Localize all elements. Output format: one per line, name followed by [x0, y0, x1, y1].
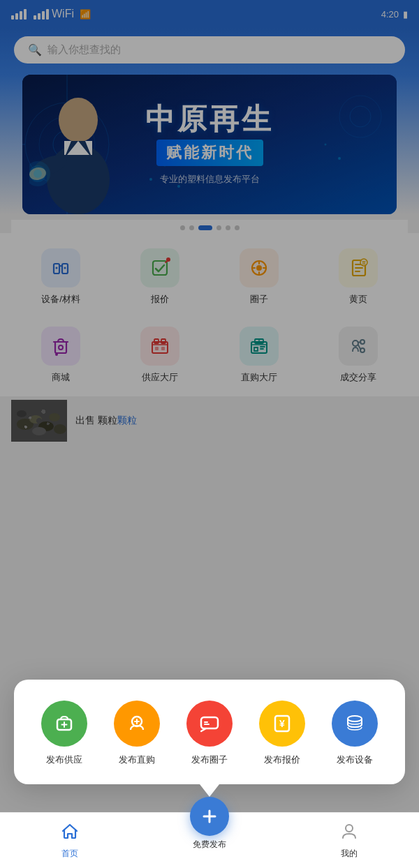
profile-icon	[339, 821, 359, 846]
popup-label-direct: 发布直购	[119, 754, 155, 766]
popup-icon-direct	[114, 701, 160, 747]
popup-label-equipment: 发布设备	[337, 754, 373, 766]
popup-item-quote[interactable]: ¥ 发布报价	[259, 701, 305, 766]
popup-icon-circle	[186, 701, 233, 747]
popup-label-supply: 发布供应	[46, 754, 82, 766]
popup-item-equipment[interactable]: 发布设备	[332, 701, 378, 766]
publish-fab-container: 免费发布	[190, 797, 229, 851]
popup-row: 发布供应 发布直购	[28, 701, 391, 766]
publish-nav-label: 免费发布	[193, 839, 226, 851]
publish-fab-button[interactable]	[190, 797, 229, 836]
popup-label-quote: 发布报价	[264, 754, 300, 766]
svg-text:¥: ¥	[279, 718, 285, 729]
nav-label-home: 首页	[61, 848, 78, 860]
popup-item-direct[interactable]: 发布直购	[114, 701, 160, 766]
nav-item-profile[interactable]: 我的	[279, 821, 419, 860]
popup-icon-supply	[41, 701, 87, 747]
svg-point-78	[348, 716, 362, 721]
popup-arrow	[200, 784, 219, 797]
popup-card: 发布供应 发布直购	[14, 680, 405, 784]
popup-item-circle[interactable]: 发布圈子	[186, 701, 233, 766]
nav-item-home[interactable]: 首页	[0, 821, 140, 860]
popup-item-supply[interactable]: 发布供应	[41, 701, 87, 766]
popup-label-circle: 发布圈子	[191, 754, 228, 766]
popup-icon-equipment	[332, 701, 378, 747]
home-icon	[60, 821, 80, 846]
nav-label-profile: 我的	[341, 848, 358, 860]
svg-rect-72	[201, 717, 218, 728]
popup-icon-quote: ¥	[259, 701, 305, 747]
svg-point-79	[346, 825, 353, 832]
